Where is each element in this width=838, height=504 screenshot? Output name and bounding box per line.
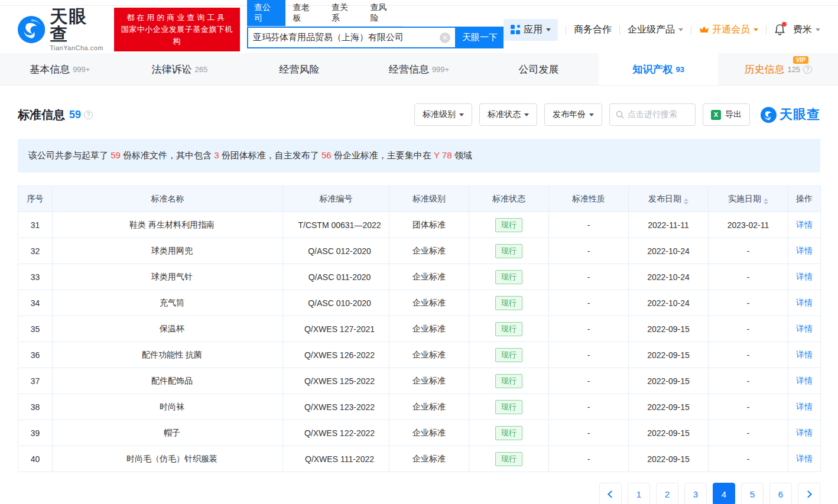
next-page-button[interactable] <box>798 483 820 504</box>
apps-menu[interactable]: 应用 <box>504 19 558 41</box>
tab-法律诉讼[interactable]: 法律诉讼265 <box>120 53 240 85</box>
cell-standard-nature: - <box>549 342 629 368</box>
cell-implement-date: - <box>709 368 788 394</box>
section-header: 标准信息 59 ? 标准级别标准状态发布年份 点击进行搜索 X 导出 <box>18 103 820 126</box>
crown-icon <box>699 25 709 34</box>
pagination: 123456 <box>18 483 820 504</box>
detail-link[interactable]: 详情 <box>796 428 813 437</box>
tab-知识产权[interactable]: 知识产权93 <box>599 53 719 85</box>
cell-publish-date: 2022-10-24 <box>629 238 709 264</box>
help-icon[interactable]: ? <box>84 110 93 119</box>
table-row: 37配件配饰品Q/XWES 125-2022企业标准现行-2022-09-15-… <box>18 368 821 394</box>
status-badge: 现行 <box>495 374 522 388</box>
table-row: 38时尚袜Q/XWES 123-2022企业标准现行-2022-09-15-详情 <box>18 394 821 420</box>
detail-link[interactable]: 详情 <box>796 272 813 281</box>
sort-icon[interactable] <box>684 199 688 204</box>
tab-经营信息[interactable]: 经营信息999+ <box>359 53 479 85</box>
tianyancha-mini-icon <box>761 107 777 123</box>
cell-standard-level: 企业标准 <box>389 342 469 368</box>
export-button[interactable]: X 导出 <box>703 103 750 126</box>
detail-link[interactable]: 详情 <box>796 298 813 307</box>
business-cooperation-link[interactable]: 商务合作 <box>574 24 612 36</box>
detail-link[interactable]: 详情 <box>796 246 813 255</box>
cell-no: 39 <box>18 420 53 446</box>
cell-no: 40 <box>18 446 53 472</box>
detail-link[interactable]: 详情 <box>796 454 813 463</box>
detail-link[interactable]: 详情 <box>796 220 813 229</box>
filter-标准级别[interactable]: 标准级别 <box>414 103 472 126</box>
tab-经营风险[interactable]: 经营风险 <box>239 53 359 85</box>
page-button-3[interactable]: 3 <box>684 483 707 504</box>
chevron-right-icon <box>804 490 812 498</box>
open-vip-menu[interactable]: 开通会员 <box>699 24 758 36</box>
tab-历史信息[interactable]: VIP历史信息125? <box>718 53 838 85</box>
sort-up-icon <box>684 199 688 201</box>
cell-publish-date: 2022-09-15 <box>629 316 709 342</box>
cell-standard-name: 球类用气针 <box>53 264 283 290</box>
search-tab-查老板[interactable]: 查老板 <box>285 0 324 26</box>
cell-action: 详情 <box>788 316 821 342</box>
cell-action: 详情 <box>788 342 821 368</box>
page-button-6[interactable]: 6 <box>769 483 792 504</box>
watermark-brand: 天眼查 <box>779 106 820 123</box>
status-badge: 现行 <box>495 348 522 362</box>
search-tab-查关系[interactable]: 查关系 <box>324 0 363 26</box>
filter-标准状态[interactable]: 标准状态 <box>479 103 537 126</box>
detail-link[interactable]: 详情 <box>796 376 813 385</box>
tab-count: 999+ <box>73 65 90 74</box>
cell-publish-date: 2022-09-15 <box>629 342 709 368</box>
notifications-bell[interactable] <box>774 24 785 35</box>
tab-基本信息[interactable]: 基本信息999+ <box>0 53 120 85</box>
prev-page-button[interactable] <box>599 483 622 504</box>
search-tab-查风险[interactable]: 查风险 <box>363 0 402 26</box>
page-button-1[interactable]: 1 <box>628 483 650 504</box>
sort-icon[interactable] <box>764 199 768 204</box>
cell-standard-nature: - <box>549 290 629 316</box>
help-icon[interactable]: ? <box>803 65 812 74</box>
user-menu[interactable]: 费米 <box>793 24 820 36</box>
detail-link[interactable]: 详情 <box>796 324 813 333</box>
page-button-5[interactable]: 5 <box>741 483 764 504</box>
cell-no: 35 <box>18 316 53 342</box>
search-tab-查公司[interactable]: 查公司 <box>247 0 286 26</box>
excel-icon: X <box>711 110 721 120</box>
filter-发布年份[interactable]: 发布年份 <box>544 103 602 126</box>
table-row: 35保温杯Q/XWES 127-2021企业标准现行-2022-09-15-详情 <box>18 316 821 342</box>
search-icon <box>616 110 624 119</box>
clear-icon[interactable]: ✕ <box>440 32 450 43</box>
cell-standard-status: 现行 <box>469 290 549 316</box>
company-search-input[interactable] <box>248 32 440 43</box>
cell-publish-date: 2022-11-11 <box>629 212 709 238</box>
cell-no: 38 <box>18 394 53 420</box>
cell-standard-nature: - <box>549 368 629 394</box>
cell-standard-code: Q/XWES 122-2022 <box>283 420 389 446</box>
detail-link[interactable]: 详情 <box>796 350 813 359</box>
tab-label: 公司发展 <box>519 63 559 76</box>
top-nav: 应用 商务合作 企业级产品 开通会员 费米 <box>504 19 820 41</box>
top-hairline <box>0 0 838 6</box>
site-header: 天眼查 TianYanCha.com 都在用的商业查询工具 国家中小企业发展子基… <box>0 6 838 53</box>
status-badge: 现行 <box>495 322 522 336</box>
status-badge: 现行 <box>495 400 522 414</box>
tab-count: 265 <box>195 65 208 74</box>
cell-standard-code: Q/ASC 010-2020 <box>283 290 389 316</box>
table-search-input[interactable]: 点击进行搜索 <box>609 103 696 126</box>
search-tabs: 查公司查老板查关系查风险 <box>247 11 402 27</box>
search-button[interactable]: 天眼一下 <box>456 27 504 48</box>
page-button-4[interactable]: 4 <box>713 483 735 504</box>
cell-action: 详情 <box>788 238 821 264</box>
tianyancha-logo[interactable]: 天眼查 TianYanCha.com <box>18 8 105 51</box>
cell-standard-name: 时尚毛（仿毛）针织服装 <box>53 446 283 472</box>
enterprise-products-menu[interactable]: 企业级产品 <box>628 24 683 36</box>
cell-publish-date: 2022-09-15 <box>629 420 709 446</box>
sort-down-icon <box>684 202 688 204</box>
cell-standard-name: 充气筒 <box>53 290 283 316</box>
page-button-2[interactable]: 2 <box>656 483 678 504</box>
detail-link[interactable]: 详情 <box>796 402 813 411</box>
summary-text: 该公司共参与起草了 <box>28 150 111 160</box>
cell-standard-status: 现行 <box>469 316 549 342</box>
tab-公司发展[interactable]: 公司发展 <box>479 53 599 85</box>
cell-standard-nature: - <box>549 316 629 342</box>
cell-standard-level: 企业标准 <box>389 238 469 264</box>
tab-label: 经营信息 <box>389 63 429 76</box>
